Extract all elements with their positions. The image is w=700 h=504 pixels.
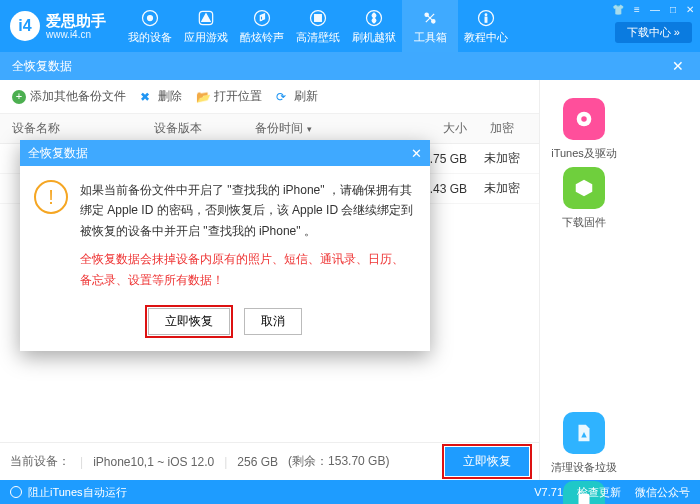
delete-label: 删除 — [158, 88, 182, 105]
device-remaining: (剩余：153.70 GB) — [288, 453, 389, 470]
subheader: 全恢复数据 ✕ — [0, 52, 700, 80]
restore-now-button[interactable]: 立即恢复 — [445, 447, 529, 476]
nav-tab-label: 酷炫铃声 — [240, 30, 284, 45]
refresh-icon: ⟳ — [276, 90, 290, 104]
device-storage: 256 GB — [237, 455, 278, 469]
cell-encrypted: 未加密 — [477, 150, 527, 167]
nav-tab-0[interactable]: 我的设备 — [122, 0, 178, 52]
svg-point-8 — [432, 19, 435, 22]
status-left[interactable]: 阻止iTunes自动运行 — [10, 485, 127, 500]
current-device-label: 当前设备： — [10, 453, 70, 470]
col-encrypted[interactable]: 加密 — [477, 120, 527, 137]
tool-tile[interactable]: 清理设备垃圾 — [548, 412, 620, 475]
nav-tab-label: 工具箱 — [414, 30, 447, 45]
status-circle-icon — [10, 486, 22, 498]
nav-tab-6[interactable]: 教程中心 — [458, 0, 514, 52]
modal-text: 如果当前备份文件中开启了 "查找我的 iPhone" ，请确保拥有其绑定 App… — [80, 180, 414, 290]
check-update-button[interactable]: 检查更新 — [577, 485, 621, 500]
app-logo: i4 爱思助手 www.i4.cn — [0, 11, 116, 41]
bottom-bar: 当前设备： | iPhone10,1 ~ iOS 12.0 | 256 GB (… — [0, 442, 539, 480]
close-icon[interactable]: ✕ — [686, 4, 694, 15]
svg-point-10 — [485, 13, 487, 15]
tile-icon — [563, 98, 605, 140]
modal-close-icon[interactable]: ✕ — [411, 146, 422, 161]
refresh-button[interactable]: ⟳ 刷新 — [276, 88, 318, 105]
tile-label: 下载固件 — [562, 215, 606, 230]
svg-rect-11 — [485, 17, 487, 22]
maximize-icon[interactable]: □ — [670, 4, 676, 15]
nav-tabs: 我的设备应用游戏酷炫铃声高清壁纸刷机越狱工具箱教程中心 — [122, 0, 514, 52]
modal-warning: 全恢复数据会抹掉设备内原有的照片、短信、通讯录、日历、备忘录、设置等所有数据！ — [80, 249, 414, 290]
modal-cancel-button[interactable]: 取消 — [244, 308, 302, 335]
tile-icon — [563, 167, 605, 209]
col-time-label: 备份时间 — [255, 121, 303, 135]
modal-title: 全恢复数据 — [28, 145, 88, 162]
add-backup-label: 添加其他备份文件 — [30, 88, 126, 105]
tool-tile[interactable]: 下载固件 — [548, 167, 620, 230]
nav-tab-5[interactable]: 工具箱 — [402, 0, 458, 52]
toolbar: + 添加其他备份文件 ✖ 删除 📂 打开位置 ⟳ 刷新 — [0, 80, 539, 114]
col-time[interactable]: 备份时间▾ — [255, 120, 397, 137]
subheader-title: 全恢复数据 — [12, 58, 72, 75]
nav-tab-4[interactable]: 刷机越狱 — [346, 0, 402, 52]
folder-icon: 📂 — [196, 90, 210, 104]
add-backup-button[interactable]: + 添加其他备份文件 — [12, 88, 126, 105]
subheader-close-icon[interactable]: ✕ — [668, 56, 688, 76]
refresh-label: 刷新 — [294, 88, 318, 105]
nav-tab-label: 我的设备 — [128, 30, 172, 45]
col-size[interactable]: 大小 — [397, 120, 467, 137]
svg-point-1 — [148, 15, 153, 20]
app-name: 爱思助手 — [46, 12, 106, 29]
nav-tab-label: 刷机越狱 — [352, 30, 396, 45]
delete-button[interactable]: ✖ 删除 — [140, 88, 182, 105]
window-controls: 👕 ≡ — □ ✕ — [612, 4, 694, 15]
modal-message: 如果当前备份文件中开启了 "查找我的 iPhone" ，请确保拥有其绑定 App… — [80, 180, 414, 241]
nav-tab-1[interactable]: 应用游戏 — [178, 0, 234, 52]
app-window: i4 爱思助手 www.i4.cn 我的设备应用游戏酷炫铃声高清壁纸刷机越狱工具… — [0, 0, 700, 504]
block-itunes-label: 阻止iTunes自动运行 — [28, 485, 127, 500]
nav-tab-label: 高清壁纸 — [296, 30, 340, 45]
right-panel: iTunes及驱动下载固件清理设备垃圾反激活设备 — [540, 80, 700, 480]
tile-label: 清理设备垃圾 — [551, 460, 617, 475]
tool-tile[interactable]: iTunes及驱动 — [548, 98, 620, 161]
wechat-button[interactable]: 微信公众号 — [635, 485, 690, 500]
nav-tab-label: 应用游戏 — [184, 30, 228, 45]
nav-tab-3[interactable]: 高清壁纸 — [290, 0, 346, 52]
warning-icon: ! — [34, 180, 68, 214]
plus-icon: + — [12, 90, 26, 104]
titlebar: i4 爱思助手 www.i4.cn 我的设备应用游戏酷炫铃声高清壁纸刷机越狱工具… — [0, 0, 700, 52]
modal-body: ! 如果当前备份文件中开启了 "查找我的 iPhone" ，请确保拥有其绑定 A… — [20, 166, 430, 304]
device-model: iPhone10,1 ~ iOS 12.0 — [93, 455, 214, 469]
minimize-icon[interactable]: — — [650, 4, 660, 15]
download-center-button[interactable]: 下载中心 » — [615, 22, 692, 43]
col-name[interactable]: 设备名称 — [12, 120, 154, 137]
svg-point-3 — [255, 10, 270, 25]
tile-icon — [563, 412, 605, 454]
confirm-modal: 全恢复数据 ✕ ! 如果当前备份文件中开启了 "查找我的 iPhone" ，请确… — [20, 140, 430, 351]
open-location-button[interactable]: 📂 打开位置 — [196, 88, 262, 105]
modal-header: 全恢复数据 ✕ — [20, 140, 430, 166]
skin-icon[interactable]: 👕 — [612, 4, 624, 15]
modal-actions: 立即恢复 取消 — [20, 304, 430, 351]
delete-icon: ✖ — [140, 90, 154, 104]
logo-badge-icon: i4 — [10, 11, 40, 41]
svg-point-13 — [581, 116, 587, 122]
col-version[interactable]: 设备版本 — [154, 120, 255, 137]
modal-ok-button[interactable]: 立即恢复 — [148, 308, 230, 335]
tile-label: iTunes及驱动 — [551, 146, 617, 161]
nav-tab-label: 教程中心 — [464, 30, 508, 45]
svg-point-7 — [425, 13, 428, 16]
svg-rect-5 — [315, 14, 322, 21]
sort-desc-icon: ▾ — [307, 124, 312, 134]
menu-icon[interactable]: ≡ — [634, 4, 640, 15]
nav-tab-2[interactable]: 酷炫铃声 — [234, 0, 290, 52]
open-location-label: 打开位置 — [214, 88, 262, 105]
version-label: V7.71 — [534, 486, 563, 498]
app-site: www.i4.cn — [46, 29, 106, 40]
cell-encrypted: 未加密 — [477, 180, 527, 197]
